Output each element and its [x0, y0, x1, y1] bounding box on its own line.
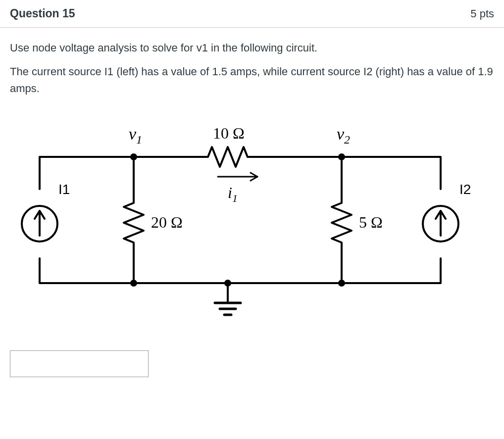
question-title: Question 15	[10, 7, 75, 20]
question-container: Question 15 5 pts Use node voltage analy…	[0, 0, 504, 387]
label-r-top: 10 Ω	[213, 124, 245, 142]
svg-point-2	[130, 153, 137, 160]
circuit-diagram: v1 v2 10 Ω i1 20 Ω 5 Ω I1 I2	[10, 115, 475, 333]
svg-point-6	[224, 280, 231, 287]
label-r-right: 5 Ω	[359, 213, 383, 231]
label-source-i2: I2	[459, 182, 471, 197]
label-r-left: 20 Ω	[151, 213, 183, 231]
prompt-line-1: Use node voltage analysis to solve for v…	[10, 40, 494, 56]
label-v1: v1	[129, 125, 142, 146]
label-i1-flow: i1	[228, 184, 238, 204]
svg-point-5	[338, 280, 345, 287]
circuit-svg: v1 v2 10 Ω i1 20 Ω 5 Ω I1 I2	[10, 115, 475, 333]
question-header: Question 15 5 pts	[0, 0, 504, 28]
prompt-line-2: The current source I1 (left) has a value…	[10, 63, 494, 97]
svg-point-4	[130, 280, 137, 287]
label-v2: v2	[337, 125, 350, 146]
answer-input[interactable]	[10, 350, 149, 377]
question-body: Use node voltage analysis to solve for v…	[0, 28, 504, 387]
label-source-i1: I1	[58, 182, 70, 197]
question-points: 5 pts	[470, 7, 494, 20]
svg-point-3	[338, 153, 345, 160]
